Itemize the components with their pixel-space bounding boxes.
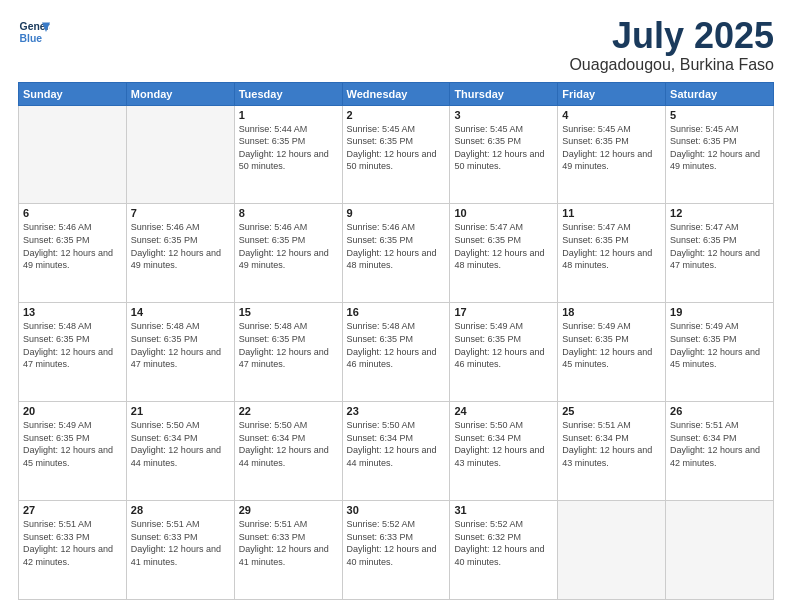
day-info: Sunrise: 5:48 AM	[23, 320, 122, 333]
day-info: Sunrise: 5:46 AM	[347, 221, 446, 234]
day-info: Sunset: 6:35 PM	[670, 234, 769, 247]
table-row: 12Sunrise: 5:47 AMSunset: 6:35 PMDayligh…	[666, 204, 774, 303]
day-info: Sunset: 6:35 PM	[562, 135, 661, 148]
table-row: 13Sunrise: 5:48 AMSunset: 6:35 PMDayligh…	[19, 303, 127, 402]
day-info: Sunrise: 5:46 AM	[23, 221, 122, 234]
day-info: Daylight: 12 hours and 45 minutes.	[562, 346, 661, 371]
day-number: 18	[562, 306, 661, 318]
day-info: Sunset: 6:34 PM	[670, 432, 769, 445]
page: General Blue July 2025 Ouagadougou, Burk…	[0, 0, 792, 612]
day-number: 4	[562, 109, 661, 121]
day-number: 16	[347, 306, 446, 318]
day-number: 17	[454, 306, 553, 318]
table-row: 4Sunrise: 5:45 AMSunset: 6:35 PMDaylight…	[558, 105, 666, 204]
calendar-week-3: 13Sunrise: 5:48 AMSunset: 6:35 PMDayligh…	[19, 303, 774, 402]
calendar-table: Sunday Monday Tuesday Wednesday Thursday…	[18, 82, 774, 600]
day-number: 21	[131, 405, 230, 417]
day-info: Daylight: 12 hours and 44 minutes.	[347, 444, 446, 469]
day-info: Sunset: 6:35 PM	[131, 234, 230, 247]
day-info: Daylight: 12 hours and 44 minutes.	[239, 444, 338, 469]
day-info: Daylight: 12 hours and 48 minutes.	[347, 247, 446, 272]
day-info: Daylight: 12 hours and 41 minutes.	[131, 543, 230, 568]
day-number: 19	[670, 306, 769, 318]
day-info: Daylight: 12 hours and 49 minutes.	[131, 247, 230, 272]
day-info: Sunset: 6:35 PM	[239, 333, 338, 346]
day-number: 14	[131, 306, 230, 318]
table-row: 17Sunrise: 5:49 AMSunset: 6:35 PMDayligh…	[450, 303, 558, 402]
day-number: 20	[23, 405, 122, 417]
day-info: Daylight: 12 hours and 42 minutes.	[23, 543, 122, 568]
day-info: Daylight: 12 hours and 43 minutes.	[562, 444, 661, 469]
day-info: Sunrise: 5:48 AM	[131, 320, 230, 333]
month-title: July 2025	[569, 16, 774, 56]
table-row: 31Sunrise: 5:52 AMSunset: 6:32 PMDayligh…	[450, 501, 558, 600]
day-info: Sunrise: 5:51 AM	[239, 518, 338, 531]
day-info: Daylight: 12 hours and 48 minutes.	[454, 247, 553, 272]
day-info: Sunrise: 5:50 AM	[239, 419, 338, 432]
table-row: 20Sunrise: 5:49 AMSunset: 6:35 PMDayligh…	[19, 402, 127, 501]
table-row: 23Sunrise: 5:50 AMSunset: 6:34 PMDayligh…	[342, 402, 450, 501]
day-info: Daylight: 12 hours and 40 minutes.	[347, 543, 446, 568]
col-monday: Monday	[126, 82, 234, 105]
col-saturday: Saturday	[666, 82, 774, 105]
table-row: 11Sunrise: 5:47 AMSunset: 6:35 PMDayligh…	[558, 204, 666, 303]
table-row: 25Sunrise: 5:51 AMSunset: 6:34 PMDayligh…	[558, 402, 666, 501]
day-number: 22	[239, 405, 338, 417]
col-friday: Friday	[558, 82, 666, 105]
table-row: 1Sunrise: 5:44 AMSunset: 6:35 PMDaylight…	[234, 105, 342, 204]
day-info: Sunrise: 5:49 AM	[562, 320, 661, 333]
day-info: Sunrise: 5:45 AM	[562, 123, 661, 136]
day-info: Sunrise: 5:49 AM	[670, 320, 769, 333]
day-number: 15	[239, 306, 338, 318]
day-number: 1	[239, 109, 338, 121]
day-info: Sunrise: 5:46 AM	[239, 221, 338, 234]
table-row: 16Sunrise: 5:48 AMSunset: 6:35 PMDayligh…	[342, 303, 450, 402]
day-info: Sunset: 6:35 PM	[454, 135, 553, 148]
table-row	[558, 501, 666, 600]
day-info: Daylight: 12 hours and 46 minutes.	[454, 346, 553, 371]
table-row: 8Sunrise: 5:46 AMSunset: 6:35 PMDaylight…	[234, 204, 342, 303]
day-info: Sunrise: 5:51 AM	[562, 419, 661, 432]
day-info: Daylight: 12 hours and 49 minutes.	[562, 148, 661, 173]
day-info: Sunset: 6:34 PM	[239, 432, 338, 445]
day-info: Sunset: 6:35 PM	[23, 333, 122, 346]
day-info: Sunset: 6:34 PM	[347, 432, 446, 445]
day-info: Sunrise: 5:47 AM	[454, 221, 553, 234]
day-info: Sunset: 6:33 PM	[131, 531, 230, 544]
day-info: Daylight: 12 hours and 40 minutes.	[454, 543, 553, 568]
col-tuesday: Tuesday	[234, 82, 342, 105]
day-info: Sunset: 6:34 PM	[454, 432, 553, 445]
table-row: 22Sunrise: 5:50 AMSunset: 6:34 PMDayligh…	[234, 402, 342, 501]
table-row: 18Sunrise: 5:49 AMSunset: 6:35 PMDayligh…	[558, 303, 666, 402]
day-info: Sunrise: 5:45 AM	[670, 123, 769, 136]
calendar-week-1: 1Sunrise: 5:44 AMSunset: 6:35 PMDaylight…	[19, 105, 774, 204]
table-row: 26Sunrise: 5:51 AMSunset: 6:34 PMDayligh…	[666, 402, 774, 501]
day-info: Sunset: 6:35 PM	[562, 333, 661, 346]
day-info: Sunrise: 5:51 AM	[131, 518, 230, 531]
day-info: Sunrise: 5:50 AM	[454, 419, 553, 432]
day-info: Sunrise: 5:51 AM	[23, 518, 122, 531]
table-row	[126, 105, 234, 204]
day-info: Sunset: 6:35 PM	[131, 333, 230, 346]
day-number: 6	[23, 207, 122, 219]
day-number: 3	[454, 109, 553, 121]
title-block: July 2025 Ouagadougou, Burkina Faso	[569, 16, 774, 74]
day-info: Sunset: 6:35 PM	[454, 234, 553, 247]
calendar-week-4: 20Sunrise: 5:49 AMSunset: 6:35 PMDayligh…	[19, 402, 774, 501]
table-row: 15Sunrise: 5:48 AMSunset: 6:35 PMDayligh…	[234, 303, 342, 402]
day-info: Sunset: 6:33 PM	[23, 531, 122, 544]
day-info: Sunset: 6:33 PM	[347, 531, 446, 544]
day-info: Daylight: 12 hours and 47 minutes.	[23, 346, 122, 371]
day-info: Daylight: 12 hours and 42 minutes.	[670, 444, 769, 469]
day-number: 30	[347, 504, 446, 516]
col-wednesday: Wednesday	[342, 82, 450, 105]
day-info: Sunrise: 5:46 AM	[131, 221, 230, 234]
day-info: Sunset: 6:35 PM	[347, 333, 446, 346]
day-number: 23	[347, 405, 446, 417]
day-number: 27	[23, 504, 122, 516]
day-info: Sunset: 6:35 PM	[239, 135, 338, 148]
day-number: 29	[239, 504, 338, 516]
table-row: 28Sunrise: 5:51 AMSunset: 6:33 PMDayligh…	[126, 501, 234, 600]
day-number: 10	[454, 207, 553, 219]
table-row: 6Sunrise: 5:46 AMSunset: 6:35 PMDaylight…	[19, 204, 127, 303]
